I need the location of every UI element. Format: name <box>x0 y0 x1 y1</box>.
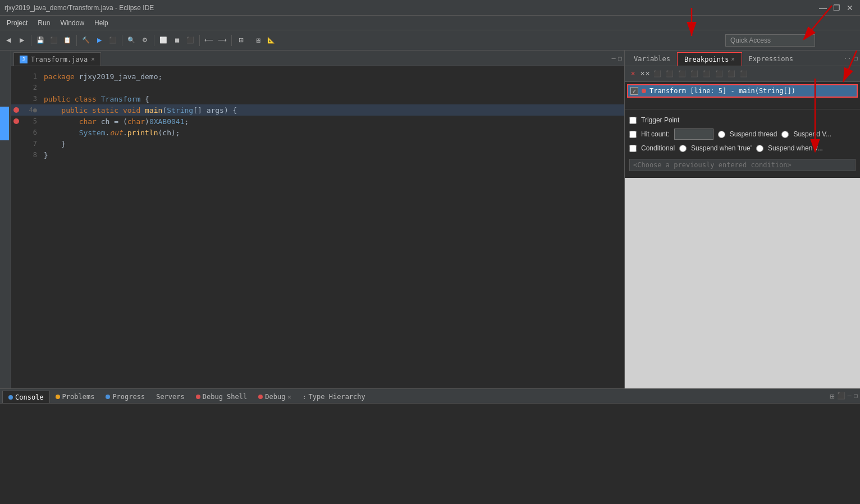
panel-btn-7[interactable]: ⬛ <box>701 68 712 80</box>
trigger-point-row: Trigger Point <box>629 116 856 124</box>
tab-console[interactable]: Console <box>2 391 50 403</box>
panel-btn-10[interactable]: ⬛ <box>738 68 749 80</box>
menu-help[interactable]: Help <box>90 18 113 28</box>
tab-servers[interactable]: Servers <box>150 391 190 403</box>
panel-btn-8[interactable]: ⬛ <box>713 68 725 80</box>
condition-input[interactable] <box>629 159 856 171</box>
editor-tabs: J Transform.java × — ❐ <box>11 51 624 66</box>
menu-window[interactable]: Window <box>56 18 89 28</box>
panel-btn-6[interactable]: ⬛ <box>689 68 700 80</box>
tab-expressions[interactable]: Expressions <box>742 52 800 66</box>
toolbar-btn-5[interactable]: 🔨 <box>80 34 92 47</box>
toolbar-btn-14[interactable]: ⊞ <box>235 34 247 47</box>
panel-btn-5[interactable]: ⬛ <box>676 68 688 80</box>
hit-count-checkbox[interactable] <box>629 131 637 138</box>
toolbar-btn-13[interactable]: ⟶ <box>216 34 228 47</box>
console-dot <box>8 395 13 400</box>
tab-variables[interactable]: Variables <box>627 52 677 66</box>
toolbar-btn-9[interactable]: ⬜ <box>157 34 170 47</box>
tab-type-hierarchy[interactable]: : Type Hierarchy <box>297 391 371 403</box>
breakpoint-dot-4 <box>13 107 19 113</box>
editor-maximize-icon[interactable]: ❐ <box>618 54 622 62</box>
toolbar-btn-save[interactable]: 💾 <box>34 34 47 47</box>
editor-minimize-icon[interactable]: — <box>612 54 616 62</box>
code-content-5: char ch = (char)0XAB0041; <box>44 117 620 126</box>
panel-btn-remove[interactable]: ✕ <box>627 68 638 80</box>
bottom-panel-minimize[interactable]: — <box>848 392 852 401</box>
bottom-panel-icon-1[interactable]: ⊞ <box>830 392 834 401</box>
breakpoint-area-4 <box>11 107 21 113</box>
toolbar-btn-2[interactable]: ▶ <box>16 34 28 47</box>
java-file-icon: J <box>20 56 28 63</box>
line-number-5: 5 <box>21 117 44 125</box>
breakpoint-area-5 <box>11 118 21 124</box>
workspace: J Transform.java × — ❐ <box>0 51 860 388</box>
type-hierarchy-colon: : <box>303 393 307 401</box>
line-number-3: 3 <box>21 95 44 103</box>
menu-run[interactable]: Run <box>33 18 54 28</box>
when-changes-radio[interactable] <box>756 145 763 152</box>
close-button[interactable]: ✕ <box>844 2 856 13</box>
toolbar-btn-8[interactable]: ⚙ <box>139 34 151 47</box>
hit-count-row: Hit count: Suspend thread Suspend V... <box>629 129 856 140</box>
tab-debug[interactable]: Debug × <box>253 391 297 403</box>
code-content-6: System.out.println(ch); <box>44 129 620 137</box>
toolbar-btn-1[interactable]: ◀ <box>2 34 15 47</box>
bottom-panel-maximize[interactable]: ❐ <box>854 392 858 401</box>
panel-btn-3[interactable]: ⬛ <box>652 68 663 80</box>
toolbar-btn-7[interactable]: 🔍 <box>125 34 138 47</box>
when-true-radio[interactable] <box>679 145 687 152</box>
line-number-2: 2 <box>21 84 44 91</box>
breakpoint-details: Trigger Point Hit count: Suspend thread … <box>625 109 860 178</box>
when-true-label: Suspend when 'true' <box>691 144 752 152</box>
panel-minimize-icon[interactable]: ·· <box>843 54 851 62</box>
trigger-point-checkbox[interactable] <box>629 117 637 124</box>
code-editor[interactable]: 1 package rjxy2019_java_demo; 2 3 <box>11 66 624 388</box>
right-panel: Variables Breakpoints × Expressions ·· ❐ <box>624 51 860 388</box>
toolbar-btn-6[interactable]: ⬛ <box>107 34 119 47</box>
editor-window-controls: — ❐ <box>612 54 622 62</box>
code-line-8: 8 } <box>11 149 624 161</box>
toolbar-btn-10[interactable]: ◼ <box>171 34 183 47</box>
toolbar-btn-layout[interactable]: 📐 <box>265 34 277 47</box>
code-content-4: public static void main(String[] args) { <box>44 106 620 114</box>
tab-breakpoints[interactable]: Breakpoints × <box>677 52 742 66</box>
editor-tab-transform[interactable]: J Transform.java × <box>13 52 101 66</box>
tab-problems[interactable]: Problems <box>50 391 100 403</box>
toolbar-btn-4[interactable]: 📋 <box>61 34 74 47</box>
tab-breakpoints-close[interactable]: × <box>731 56 735 62</box>
panel-btn-9[interactable]: ⬛ <box>726 68 737 80</box>
tab-close-icon[interactable]: × <box>91 56 95 63</box>
code-line-7: 7 } <box>11 138 624 149</box>
title-bar: rjxy2019_java_demo/Transform.java - Ecli… <box>0 0 860 16</box>
window-title: rjxy2019_java_demo/Transform.java - Ecli… <box>4 4 154 12</box>
menu-project[interactable]: Project <box>2 18 32 28</box>
suspend-thread-radio[interactable] <box>718 131 725 138</box>
suspend-vm-radio[interactable] <box>781 131 789 138</box>
breakpoint-item[interactable]: ✓ Transform [line: 5] - main(String[]) <box>627 84 858 98</box>
panel-window-controls: ·· ❐ <box>843 54 858 62</box>
toolbar-btn-12[interactable]: ⟵ <box>203 34 215 47</box>
breakpoint-checkbox[interactable]: ✓ <box>630 87 638 95</box>
left-sidebar-handle[interactable] <box>0 107 9 140</box>
hit-count-input[interactable] <box>674 129 713 140</box>
panel-btn-4[interactable]: ⬛ <box>664 68 675 80</box>
minimize-button[interactable]: — <box>817 2 829 13</box>
panel-maximize-icon[interactable]: ❐ <box>854 54 858 62</box>
toolbar-btn-11[interactable]: ⬛ <box>184 34 196 47</box>
tab-progress[interactable]: Progress <box>100 391 150 403</box>
tab-progress-label: Progress <box>112 393 145 401</box>
bottom-panel-icon-2[interactable]: ⬛ <box>837 392 845 401</box>
tab-debug-close[interactable]: × <box>287 393 291 401</box>
breakpoint-empty-area <box>625 178 860 388</box>
quick-access-field[interactable]: Quick Access <box>725 34 815 47</box>
conditional-checkbox[interactable] <box>629 145 637 152</box>
tab-debug-shell[interactable]: Debug Shell <box>190 391 253 403</box>
breakpoint-list: ✓ Transform [line: 5] - main(String[]) <box>625 82 860 100</box>
tab-debug-shell-label: Debug Shell <box>203 393 247 401</box>
toolbar-btn-debug[interactable]: ▶ <box>93 34 106 47</box>
panel-btn-remove-all[interactable]: ✕✕ <box>639 68 651 80</box>
toolbar-btn-3[interactable]: ⬛ <box>48 34 60 47</box>
toolbar-btn-perspective[interactable]: 🖥 <box>251 34 264 47</box>
maximize-button[interactable]: ❐ <box>831 2 842 13</box>
